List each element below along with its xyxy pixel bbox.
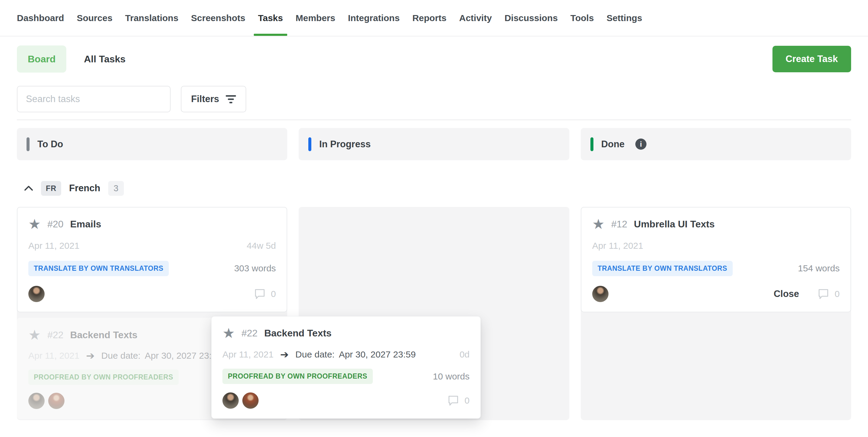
task-created-date: Apr 11, 2021 [592,241,644,251]
nav-translations[interactable]: Translations [125,0,179,36]
comments-indicator[interactable]: 0 [447,394,470,407]
avatar-user-male-glasses [28,286,44,302]
nav-activity[interactable]: Activity [459,0,492,36]
language-code-badge: FR [41,181,61,196]
due-date-label: Due date: [296,349,335,360]
divider [17,120,851,120]
comment-bubble-icon [253,287,266,301]
board-toolbar: Board All Tasks Create Task [17,45,851,73]
task-title: Backend Texts [264,328,332,339]
star-icon[interactable]: ★ [28,217,41,231]
column-header-done: Done i [581,128,851,160]
task-type-badge: PROOFREAD BY OWN PROOFREADERS [28,370,179,385]
task-type-badge: PROOFREAD BY OWN PROOFREADERS [222,369,373,384]
task-created-date: Apr 11, 2021 [28,241,80,251]
task-card-22-backend-dragged[interactable]: ★ #22 Backend Texts Apr 11, 2021 ➔ Due d… [211,316,481,418]
language-name: French [69,183,100,194]
task-type-badge: TRANSLATE BY OWN TRANSLATORS [28,261,169,276]
done-color-bar [590,137,593,151]
due-date-value: Apr 30, 2027 23:59 [339,349,415,360]
top-navigation: Dashboard Sources Translations Screensho… [0,0,868,36]
comment-count: 0 [464,396,470,406]
filters-button[interactable]: Filters [181,86,246,112]
nav-tasks[interactable]: Tasks [258,0,283,36]
arrow-right-icon: ➔ [280,348,289,361]
avatar-user-female-redhair [48,393,64,409]
arrow-right-icon: ➔ [86,350,95,362]
comment-count: 0 [835,289,840,299]
tasks-board-page: Dashboard Sources Translations Screensho… [0,0,868,437]
due-date-value: Apr 30, 2027 23:59 [145,350,221,361]
nav-sources[interactable]: Sources [77,0,113,36]
comments-indicator[interactable]: 0 [253,287,276,301]
task-id: #12 [611,218,627,230]
word-count: 154 words [798,263,840,273]
assignee-avatars [592,286,609,302]
filters-label: Filters [191,94,219,104]
comment-count: 0 [271,289,276,299]
task-type-badge: TRANSLATE BY OWN TRANSLATORS [592,261,733,276]
task-age: 0d [460,349,470,360]
in-progress-color-bar [308,137,311,151]
nav-integrations[interactable]: Integrations [348,0,400,36]
nav-reports[interactable]: Reports [412,0,446,36]
nav-tools[interactable]: Tools [570,0,594,36]
task-title: Umbrella UI Texts [634,218,715,230]
info-icon[interactable]: i [635,138,647,150]
task-age: 44w 5d [247,241,276,251]
assignee-avatars [28,393,64,409]
nav-settings[interactable]: Settings [607,0,642,36]
column-header-todo: To Do [17,128,287,160]
filter-icon [226,95,236,103]
todo-color-bar [27,137,30,151]
search-row: Filters [17,86,851,112]
search-input[interactable] [17,86,170,112]
column-header-in-progress: In Progress [299,128,569,160]
active-tab-underline [254,34,287,36]
nav-dashboard[interactable]: Dashboard [17,0,64,36]
in-progress-label: In Progress [319,139,371,150]
avatar-user-female-redhair [242,393,258,409]
column-headers: To Do In Progress Done i [17,128,851,160]
create-task-button[interactable]: Create Task [772,46,851,72]
task-id: #20 [47,218,63,230]
word-count: 303 words [234,263,276,273]
avatar-user-male-glasses [28,393,44,409]
todo-label: To Do [37,139,63,150]
nav-screenshots[interactable]: Screenshots [191,0,245,36]
task-title: Backend Texts [70,330,138,341]
avatar-user-male-glasses [592,286,609,302]
nav-members[interactable]: Members [296,0,336,36]
task-id: #22 [47,330,63,341]
board-lanes: ★ #20 Emails Apr 11, 2021 44w 5d TRANSLA… [17,207,851,420]
task-card-20-emails[interactable]: ★ #20 Emails Apr 11, 2021 44w 5d TRANSLA… [17,207,287,312]
card-actions: Close 0 [774,287,840,301]
task-count-badge: 3 [108,181,124,196]
star-icon[interactable]: ★ [222,326,235,340]
done-label: Done [601,139,625,150]
nav-tasks-label: Tasks [258,13,283,23]
due-date-label: Due date: [101,350,141,361]
task-title: Emails [70,218,101,230]
comment-bubble-icon [817,287,830,301]
close-task-button[interactable]: Close [774,289,799,299]
assignee-avatars [28,286,44,302]
task-id: #22 [241,328,257,339]
lane-done[interactable]: ★ #12 Umbrella UI Texts Apr 11, 2021 TRA… [581,207,851,420]
task-created-date: Apr 11, 2021 [28,350,80,361]
avatar-user-male-glasses [222,393,239,409]
word-count: 10 words [433,371,470,381]
assignee-avatars [222,393,258,409]
comment-bubble-icon [447,394,460,407]
task-card-12-umbrella-ui-texts[interactable]: ★ #12 Umbrella UI Texts Apr 11, 2021 TRA… [581,207,851,312]
nav-discussions[interactable]: Discussions [504,0,558,36]
star-icon[interactable]: ★ [592,217,604,231]
chevron-up-icon[interactable] [24,186,33,191]
tab-board[interactable]: Board [17,45,66,73]
tab-all-tasks[interactable]: All Tasks [84,54,125,65]
star-icon: ★ [28,328,41,342]
task-created-date: Apr 11, 2021 [222,349,274,360]
language-group-header[interactable]: FR French 3 [24,179,868,198]
